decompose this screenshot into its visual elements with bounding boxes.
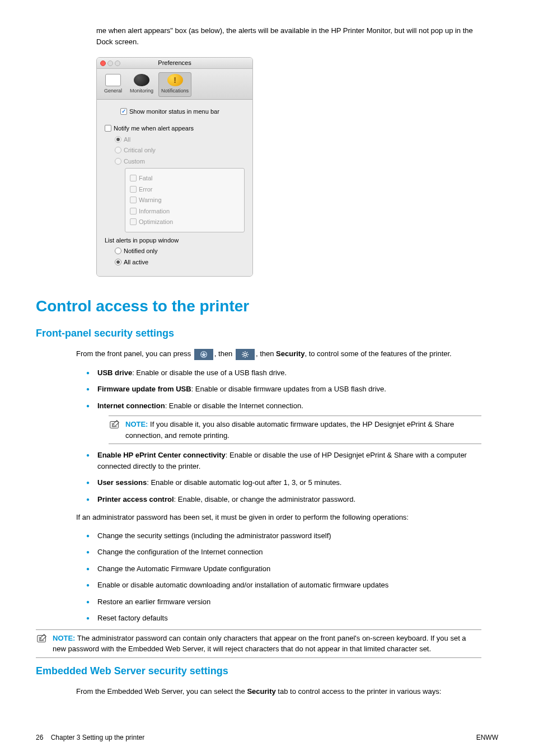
label-show-menu-bar: Show monitor status in menu bar [129, 107, 219, 116]
text: : Enable or disable firmware updates fro… [191, 385, 386, 393]
note-text: The administrator password can contain o… [53, 634, 466, 654]
bullet-user-sessions: User sessions: Enable or disable automat… [86, 477, 481, 488]
chapter-title: Chapter 3 Setting up the printer [51, 734, 144, 741]
text: Firmware update from USB [97, 385, 191, 393]
note-text: If you disable it, you also disable auto… [125, 420, 454, 440]
text: From the front panel, you can press [76, 349, 193, 358]
note-icon [109, 419, 121, 431]
svg-line-7 [247, 356, 247, 356]
label-warning: Warning [139, 195, 162, 205]
monitoring-icon [134, 74, 149, 86]
bullet-enable-disable-auto-fw: Enable or disable automatic downloading … [86, 580, 481, 591]
heading-control-access: Control access to the printer [36, 295, 498, 318]
svg-point-1 [244, 353, 247, 356]
note-internet-connection: NOTE: If you disable it, you also disabl… [109, 416, 481, 444]
bullet-change-security: Change the security settings (including … [86, 530, 481, 542]
front-panel-intro: From the front panel, you can press , th… [76, 348, 481, 360]
text: From the Embedded Web Server, you can se… [76, 687, 247, 696]
tab-monitoring-label: Monitoring [130, 87, 153, 95]
custom-options-box: Fatal Error Warning Information Optimiza… [125, 168, 245, 232]
tab-notifications: Notifications [158, 72, 191, 97]
ews-intro: From the Embedded Web Server, you can se… [76, 686, 481, 697]
bullet-change-internet-config: Change the configuration of the Internet… [86, 547, 481, 558]
svg-line-8 [243, 356, 243, 356]
label-optimization: Optimization [139, 217, 173, 227]
admin-operations-list: Change the security settings (including … [86, 530, 481, 624]
bullet-firmware-usb: Firmware update from USB: Enable or disa… [86, 384, 481, 395]
window-title: Preferences [97, 58, 252, 68]
notifications-icon [167, 74, 183, 86]
page-footer: 26 Chapter 3 Setting up the printer ENWW [36, 732, 498, 743]
settings-icon [236, 349, 255, 360]
bullet-reset-factory: Reset factory defaults [86, 613, 481, 624]
text: Internet connection [97, 402, 165, 410]
prefs-toolbar: General Monitoring Notifications [97, 69, 252, 100]
menu-icon [194, 349, 213, 360]
text: : Enable, disable, or change the adminis… [174, 495, 355, 503]
bullet-usb-drive: USB drive: Enable or disable the use of … [86, 367, 481, 379]
label-critical-only: Critical only [124, 146, 156, 155]
text: , then [214, 349, 235, 358]
label-list-alerts: List alerts in popup window [105, 236, 179, 245]
footer-right: ENWW [476, 732, 498, 743]
text: Printer access control [97, 495, 174, 503]
label-custom: Custom [124, 157, 145, 166]
general-icon [105, 74, 121, 86]
admin-intro: If an administrator password has been se… [76, 512, 481, 523]
tab-general: General [101, 72, 125, 97]
page-number: 26 [36, 734, 43, 741]
note-label: NOTE: [53, 634, 75, 642]
preferences-window: Preferences General Monitoring Notificat… [96, 57, 253, 277]
text-security: Security [276, 349, 305, 358]
bullet-internet-connection: Internet connection: Enable or disable t… [86, 400, 481, 445]
text: , to control some of the features of the… [305, 349, 451, 358]
note-admin-password: NOTE: The administrator password can con… [36, 629, 481, 658]
label-notified-only: Notified only [124, 246, 158, 256]
text: Enable HP ePrint Center connectivity [97, 451, 226, 459]
svg-line-6 [243, 352, 243, 352]
feature-bullet-list: USB drive: Enable or disable the use of … [86, 367, 481, 505]
tab-notifications-label: Notifications [161, 87, 189, 95]
checkbox-fatal [130, 175, 137, 181]
text: USB drive [97, 368, 132, 377]
checkbox-optimization [130, 218, 137, 225]
intro-paragraph: me when alert appears" box (as below), t… [96, 25, 481, 47]
checkbox-warning [130, 197, 137, 203]
label-all: All [124, 135, 130, 144]
label-all-active: All active [124, 258, 148, 267]
window-titlebar: Preferences [97, 58, 252, 69]
radio-critical-only [115, 147, 121, 153]
bullet-change-auto-fw-config: Change the Automatic Firmware Update con… [86, 563, 481, 575]
text: : Enable or disable the Internet connect… [165, 402, 303, 410]
tab-monitoring: Monitoring [127, 72, 156, 97]
radio-notified-only [115, 248, 121, 254]
text: , then [256, 349, 276, 358]
text: : Enable or disable the use of a USB fla… [132, 368, 287, 377]
heading-front-panel-security: Front-panel security settings [36, 326, 498, 341]
label-fatal: Fatal [139, 174, 152, 183]
bullet-printer-access-control: Printer access control: Enable, disable,… [86, 494, 481, 505]
text-security-tab: Security [247, 687, 275, 696]
label-error: Error [139, 185, 152, 194]
label-notify-me: Notify me when alert appears [114, 124, 194, 133]
text: User sessions [97, 478, 147, 487]
bullet-eprint-center: Enable HP ePrint Center connectivity: En… [86, 450, 481, 472]
radio-custom [115, 158, 121, 165]
text: tab to control access to the printer in … [276, 687, 442, 696]
radio-all-active [115, 259, 121, 265]
label-information: Information [139, 207, 170, 216]
checkbox-error [130, 186, 137, 193]
note-icon [36, 633, 48, 645]
bullet-restore-firmware: Restore an earlier firmware version [86, 596, 481, 608]
checkbox-notify-me [105, 125, 111, 132]
checkbox-show-menu-bar [120, 108, 127, 115]
prefs-body: Show monitor status in menu bar Notify m… [97, 100, 252, 277]
text: : Enable or disable automatic log-out af… [147, 478, 341, 487]
tab-general-label: General [104, 87, 122, 95]
checkbox-information [130, 208, 137, 214]
radio-all [115, 136, 121, 143]
svg-line-9 [247, 352, 247, 352]
heading-ews-security: Embedded Web Server security settings [36, 664, 498, 679]
note-label: NOTE: [125, 420, 148, 428]
